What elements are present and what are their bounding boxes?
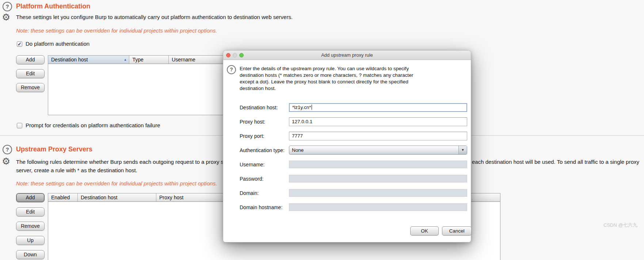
gear-icon[interactable]: ⚙ <box>2 157 10 166</box>
domain-hostname-label: Domain hostname: <box>240 204 283 210</box>
column-header-label: Type <box>132 57 143 63</box>
help-icon[interactable]: ? <box>3 145 12 154</box>
username-label: Username: <box>240 162 264 167</box>
proxy-host-label: Proxy host: <box>240 119 265 125</box>
destination-host-label: Destination host: <box>240 105 278 110</box>
domain-label: Domain: <box>240 190 259 196</box>
prompt-credentials-checkbox[interactable] <box>17 123 22 128</box>
info-icon: ? <box>227 65 236 74</box>
column-header-label: Username <box>172 57 195 63</box>
column-header-enabled[interactable]: Enabled <box>48 193 78 202</box>
edit-button[interactable]: Edit <box>16 207 45 216</box>
column-header-type[interactable]: Type <box>129 56 169 64</box>
add-upstream-proxy-rule-dialog: Add upstream proxy rule ? Enter the deta… <box>223 50 471 242</box>
add-button[interactable]: Add <box>16 193 45 202</box>
do-platform-auth-label: Do platform authentication <box>26 41 89 47</box>
down-button[interactable]: Down <box>16 250 45 259</box>
authentication-type-label: Authentication type: <box>240 147 285 153</box>
column-header-destination-host[interactable]: Destination host <box>78 193 156 202</box>
help-icon[interactable]: ? <box>3 2 12 11</box>
watermark: CSDN @七六九 <box>603 222 637 229</box>
burp-settings-screen: ? Platform Authentication ⚙ These settin… <box>0 0 644 260</box>
section-note: Note: these settings can be overridden f… <box>16 27 217 34</box>
proxy-port-input[interactable]: 7777 <box>289 132 467 140</box>
authentication-type-select[interactable]: None ▼ <box>289 146 467 155</box>
instructions-line: Enter the details of the upstream proxy … <box>240 65 442 72</box>
close-button[interactable] <box>226 53 230 57</box>
proxy-host-input[interactable]: 127.0.0.1 <box>289 117 467 126</box>
dialog-titlebar[interactable]: Add upstream proxy rule <box>223 50 471 60</box>
cancel-button[interactable]: Cancel <box>442 226 472 235</box>
destination-host-value: *lz1y.cn* <box>292 105 311 110</box>
remove-button[interactable]: Remove <box>16 83 45 92</box>
gear-icon[interactable]: ⚙ <box>2 12 10 22</box>
proxy-port-value: 7777 <box>292 133 303 139</box>
instructions-line: except a dot). Leave the proxy host blan… <box>240 79 442 85</box>
section-title-platform-authentication: Platform Authentication <box>16 3 90 10</box>
dialog-title: Add upstream proxy rule <box>321 52 373 58</box>
sort-ascending-icon: ▲ <box>124 58 127 61</box>
section-description: These settings let you configure Burp to… <box>16 14 293 20</box>
password-label: Password: <box>240 176 263 182</box>
zoom-button[interactable] <box>239 53 244 57</box>
do-platform-auth-checkbox[interactable]: ✓ <box>17 41 22 47</box>
column-header-label: Destination host <box>51 57 88 63</box>
domain-input <box>289 189 467 197</box>
column-header-label: Enabled <box>51 195 70 200</box>
minimize-button[interactable] <box>233 53 237 57</box>
section-description-line2: server, create a rule with * as the dest… <box>16 167 137 173</box>
remove-button[interactable]: Remove <box>16 222 45 231</box>
column-header-label: Proxy host <box>159 195 183 200</box>
domain-hostname-input <box>289 203 467 211</box>
edit-button[interactable]: Edit <box>16 69 45 78</box>
dialog-instructions: Enter the details of the upstream proxy … <box>240 65 442 92</box>
up-button[interactable]: Up <box>16 236 45 245</box>
username-input <box>289 161 467 168</box>
instructions-line: destination host. <box>240 85 442 92</box>
text-caret <box>312 105 312 110</box>
ok-button[interactable]: OK <box>410 226 439 235</box>
instructions-line: destination hosts (* matches zero or mor… <box>240 72 442 79</box>
password-input <box>289 175 467 182</box>
chevron-down-icon[interactable]: ▼ <box>458 146 467 154</box>
section-note: Note: these settings can be overridden f… <box>16 180 217 186</box>
section-description-line1-right: each destination host will be used. To s… <box>472 159 639 165</box>
proxy-port-label: Proxy port: <box>240 133 264 139</box>
authentication-type-value: None <box>292 147 304 153</box>
prompt-credentials-label: Prompt for credentials on platform authe… <box>26 122 160 128</box>
destination-host-input[interactable]: *lz1y.cn* <box>289 103 467 112</box>
section-title-upstream-proxy: Upstream Proxy Servers <box>16 146 92 153</box>
add-button[interactable]: Add <box>16 55 45 64</box>
column-header-label: Destination host <box>81 195 117 200</box>
column-header-destination-host[interactable]: Destination host ▲ <box>48 56 129 64</box>
proxy-host-value: 127.0.0.1 <box>292 119 312 124</box>
